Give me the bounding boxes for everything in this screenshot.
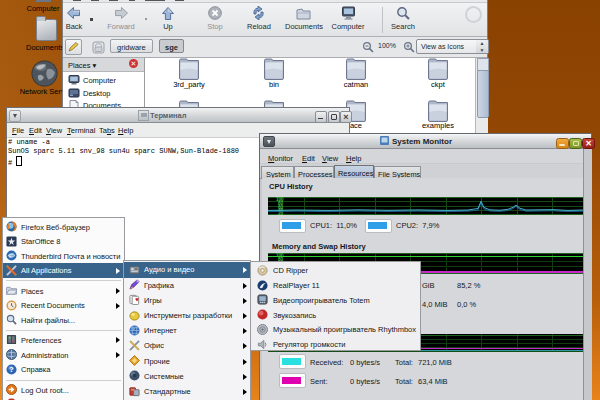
svg-text:20: 20 xyxy=(278,211,284,215)
svg-text:?: ? xyxy=(9,365,14,374)
